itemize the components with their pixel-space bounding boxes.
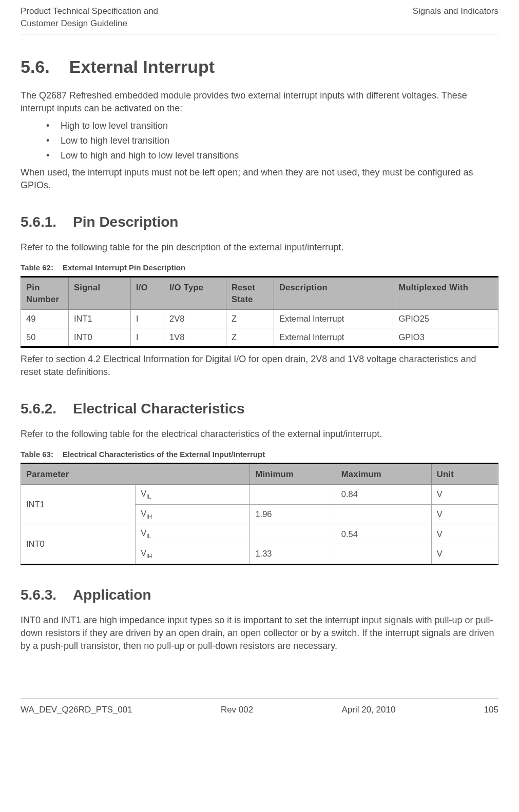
header-title-line2: Customer Design Guideline <box>21 17 158 30</box>
table-header: I/O <box>130 276 164 309</box>
table-cell: Z <box>226 328 274 347</box>
table-cell: V <box>431 524 498 544</box>
page-header: Product Technical Specification and Cust… <box>21 0 498 34</box>
section-5-6-3-body: INT0 and INT1 are high impedance input t… <box>21 614 498 653</box>
section-title: Electrical Characteristics <box>73 401 245 417</box>
table-cell: INT0 <box>69 328 131 347</box>
table-row: 50 INT0 I 1V8 Z External Interrupt GPIO3 <box>21 328 498 347</box>
table-cell: 50 <box>21 328 69 347</box>
table-62-caption: Table 62:External Interrupt Pin Descript… <box>21 262 498 273</box>
footer-date: April 20, 2010 <box>341 704 395 716</box>
table-cell-group: INT1 <box>21 485 136 524</box>
table-cell: 1.96 <box>250 504 336 524</box>
table-cell: V <box>431 485 498 505</box>
section-number: 5.6.2. <box>21 399 56 419</box>
page-content: 5.6.External Interrupt The Q2687 Refresh… <box>21 34 498 698</box>
page-footer: WA_DEV_Q26RD_PTS_001 Rev 002 April 20, 2… <box>21 698 498 726</box>
table-header: Minimum <box>250 464 336 485</box>
table-cell: 1V8 <box>164 328 226 347</box>
section-5-6-intro: The Q2687 Refreshed embedded module prov… <box>21 89 498 115</box>
section-number: 5.6.1. <box>21 212 56 232</box>
footer-doc-id: WA_DEV_Q26RD_PTS_001 <box>21 704 132 716</box>
table-row: INT0 VIL 0.54 V <box>21 524 498 544</box>
table-header: Unit <box>431 464 498 485</box>
header-right: Signals and Indicators <box>413 5 498 30</box>
header-left: Product Technical Specification and Cust… <box>21 5 158 30</box>
table-header: Reset State <box>226 276 274 309</box>
table-cell: GPIO25 <box>393 310 498 328</box>
section-number: 5.6. <box>21 55 50 80</box>
table-cell: V <box>431 544 498 565</box>
table-header: Signal <box>69 276 131 309</box>
footer-rev: Rev 002 <box>221 704 253 716</box>
table-header: Maximum <box>336 464 431 485</box>
table-cell: GPIO3 <box>393 328 498 347</box>
table-cell: 49 <box>21 310 69 328</box>
table-cell: Z <box>226 310 274 328</box>
bullet-item: Low to high level transition <box>46 134 498 147</box>
table-row: INT1 VIL 0.84 V <box>21 485 498 505</box>
table-63: Parameter Minimum Maximum Unit INT1 VIL … <box>21 463 498 565</box>
table-cell: 2V8 <box>164 310 226 328</box>
section-5-6-1-after: Refer to section 4.2 Electrical Informat… <box>21 353 498 379</box>
table-cell <box>250 485 336 505</box>
section-5-6-after: When used, the interrupt inputs must not… <box>21 166 498 192</box>
section-title: Pin Description <box>73 214 178 230</box>
table-header: I/O Type <box>164 276 226 309</box>
table-header: Description <box>274 276 393 309</box>
table-cell <box>336 504 431 524</box>
section-5-6-2-intro: Refer to the following table for the ele… <box>21 428 498 441</box>
table-cell-param: VIL <box>136 485 250 505</box>
table-62: Pin Number Signal I/O I/O Type Reset Sta… <box>21 276 498 348</box>
section-5-6-2-heading: 5.6.2.Electrical Characteristics <box>21 399 498 419</box>
table-header: Pin Number <box>21 276 69 309</box>
table-cell-param: VIH <box>136 504 250 524</box>
table-cell: 0.84 <box>336 485 431 505</box>
table-cell: I <box>130 328 164 347</box>
bullet-item: High to low level transition <box>46 120 498 132</box>
table-cell: External Interrupt <box>274 328 393 347</box>
section-number: 5.6.3. <box>21 585 56 605</box>
table-caption-number: Table 63: <box>21 449 53 460</box>
table-cell <box>250 524 336 544</box>
bullet-item: Low to high and high to low level transi… <box>46 149 498 162</box>
table-caption-title: Electrical Characteristics of the Extern… <box>63 450 265 459</box>
table-cell: I <box>130 310 164 328</box>
table-cell-group: INT0 <box>21 524 136 564</box>
section-5-6-1-intro: Refer to the following table for the pin… <box>21 241 498 254</box>
section-title: External Interrupt <box>69 57 215 76</box>
section-5-6-bullets: High to low level transition Low to high… <box>46 120 498 163</box>
table-cell: V <box>431 504 498 524</box>
section-5-6-3-heading: 5.6.3.Application <box>21 585 498 605</box>
table-header: Multiplexed With <box>393 276 498 309</box>
table-cell-param: VIL <box>136 524 250 544</box>
section-5-6-heading: 5.6.External Interrupt <box>21 55 498 80</box>
table-row: 49 INT1 I 2V8 Z External Interrupt GPIO2… <box>21 310 498 328</box>
table-63-caption: Table 63:Electrical Characteristics of t… <box>21 449 498 460</box>
section-title: Application <box>73 587 151 603</box>
table-caption-number: Table 62: <box>21 262 53 273</box>
section-5-6-1-heading: 5.6.1.Pin Description <box>21 212 498 232</box>
table-cell <box>336 544 431 565</box>
table-cell: 1.33 <box>250 544 336 565</box>
table-cell: INT1 <box>69 310 131 328</box>
table-caption-title: External Interrupt Pin Description <box>63 263 185 272</box>
header-title-line1: Product Technical Specification and <box>21 5 158 17</box>
table-header: Parameter <box>21 464 250 485</box>
table-cell: External Interrupt <box>274 310 393 328</box>
footer-page: 105 <box>484 704 498 716</box>
table-cell: 0.54 <box>336 524 431 544</box>
table-cell-param: VIH <box>136 544 250 565</box>
